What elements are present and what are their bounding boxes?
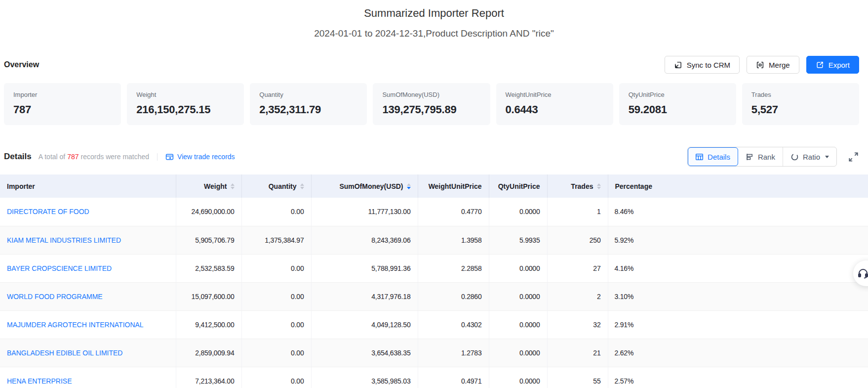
- cell-percentage: 3.10%: [608, 282, 868, 310]
- cell-importer: DIRECTORATE OF FOOD: [0, 198, 176, 226]
- stat-card-weight: Weight 216,150,275.15: [127, 83, 244, 125]
- stat-value: 787: [13, 103, 112, 116]
- cell-weight-unit-price: 0.4302: [418, 310, 489, 339]
- cell-weight-unit-price: 0.4971: [418, 367, 489, 388]
- sync-to-crm-label: Sync to CRM: [687, 61, 730, 69]
- table-row: WORLD FOOD PROGRAMME15,097,600.000.004,3…: [0, 282, 868, 310]
- stat-value: 2,352,311.79: [259, 103, 357, 116]
- sync-to-crm-button[interactable]: Sync to CRM: [665, 56, 740, 74]
- cell-quantity: 0.00: [241, 254, 311, 282]
- page-subtitle: 2024-01-01 to 2024-12-31,Product Descrip…: [0, 28, 868, 39]
- column-label: QtyUnitPrice: [498, 182, 540, 190]
- table-header: Importer Weight Quantity SumOfMoney(USD)…: [0, 174, 868, 198]
- overview-cards: Importer 787 Weight 216,150,275.15 Quant…: [0, 83, 868, 125]
- cell-qty-unit-price: 0.0000: [489, 282, 547, 310]
- export-icon: [816, 61, 824, 69]
- importer-link[interactable]: WORLD FOOD PROGRAMME: [7, 293, 103, 301]
- stat-card-qty-unit-price: QtyUnitPrice 59.2081: [619, 83, 736, 125]
- sync-icon: [674, 61, 682, 69]
- cell-weight-unit-price: 1.3958: [418, 226, 489, 254]
- column-label: Trades: [571, 182, 593, 190]
- stat-label: QtyUnitPrice: [629, 91, 727, 98]
- stat-label: Weight: [136, 91, 235, 98]
- importer-table: Importer Weight Quantity SumOfMoney(USD)…: [0, 174, 868, 388]
- cell-qty-unit-price: 0.0000: [489, 198, 547, 226]
- cell-weight-unit-price: 2.2858: [418, 254, 489, 282]
- view-trade-records-link[interactable]: View trade records: [165, 153, 235, 161]
- tab-rank[interactable]: Rank: [738, 147, 783, 166]
- importer-link[interactable]: MAJUMDER AGROTECH INTERNATIONAL: [7, 321, 144, 329]
- details-left: Details A total of787records were matche…: [4, 152, 235, 162]
- cell-trades: 32: [547, 310, 608, 339]
- cell-trades: 55: [547, 367, 608, 388]
- sort-icons: [407, 183, 411, 189]
- cell-quantity: 1,375,384.97: [241, 226, 311, 254]
- tab-ratio[interactable]: Ratio: [783, 147, 836, 166]
- cell-importer: KIAM METAL INDUSTRIES LIMITED: [0, 226, 176, 254]
- column-label: SumOfMoney(USD): [339, 182, 403, 190]
- column-header-percentage: Percentage: [608, 174, 868, 198]
- cell-quantity: 0.00: [241, 339, 311, 367]
- details-right: Details Rank Ratio: [687, 147, 859, 167]
- stat-value: 139,275,795.89: [382, 103, 480, 116]
- tab-details[interactable]: Details: [688, 147, 738, 166]
- cell-quantity: 0.00: [241, 282, 311, 310]
- column-header-qty-unit-price: QtyUnitPrice: [489, 174, 547, 198]
- ratio-icon: [790, 153, 799, 161]
- export-button[interactable]: Export: [806, 56, 859, 74]
- stat-value: 5,527: [751, 103, 850, 116]
- stat-card-weight-unit-price: WeightUnitPrice 0.6443: [496, 83, 613, 125]
- importer-link[interactable]: DIRECTORATE OF FOOD: [7, 208, 89, 216]
- cell-weight: 7,213,364.00: [176, 367, 241, 388]
- cell-trades: 1: [547, 198, 608, 226]
- sort-icons: [597, 183, 601, 189]
- match-text: A total of787records were matched: [39, 153, 149, 161]
- view-switcher: Details Rank Ratio: [687, 147, 837, 167]
- stat-value: 59.2081: [629, 103, 727, 116]
- stat-label: Importer: [13, 91, 112, 98]
- stat-label: WeightUnitPrice: [506, 91, 604, 98]
- cell-sum-of-money: 8,243,369.06: [311, 226, 418, 254]
- cell-percentage: 2.62%: [608, 339, 868, 367]
- rank-icon: [746, 153, 754, 161]
- cell-weight-unit-price: 1.2783: [418, 339, 489, 367]
- merge-label: Merge: [769, 61, 790, 69]
- column-header-sum-of-money[interactable]: SumOfMoney(USD): [311, 174, 418, 198]
- column-header-trades[interactable]: Trades: [547, 174, 608, 198]
- cell-sum-of-money: 4,049,128.50: [311, 310, 418, 339]
- overview-bar: Overview Sync to CRM Merge: [0, 56, 868, 74]
- cell-weight: 15,097,600.00: [176, 282, 241, 310]
- cell-importer: HENA ENTERPRISE: [0, 367, 176, 388]
- cell-percentage: 5.92%: [608, 226, 868, 254]
- column-header-weight[interactable]: Weight: [176, 174, 241, 198]
- cell-percentage: 4.16%: [608, 254, 868, 282]
- cell-weight: 24,690,000.00: [176, 198, 241, 226]
- importer-link[interactable]: HENA ENTERPRISE: [7, 377, 72, 385]
- cell-sum-of-money: 3,654,638.35: [311, 339, 418, 367]
- stat-label: SumOfMoney(USD): [382, 91, 480, 98]
- cell-trades: 2: [547, 282, 608, 310]
- vertical-divider: [157, 153, 158, 161]
- tab-details-label: Details: [708, 153, 730, 161]
- cell-qty-unit-price: 0.0000: [489, 254, 547, 282]
- cell-importer: WORLD FOOD PROGRAMME: [0, 282, 176, 310]
- table-row: BANGLADESH EDIBLE OIL LIMITED2,859,009.9…: [0, 339, 868, 367]
- importer-link[interactable]: BAYER CROPSCIENCE LIMITED: [7, 264, 112, 272]
- table-row: MAJUMDER AGROTECH INTERNATIONAL9,412,500…: [0, 310, 868, 339]
- cell-quantity: 0.00: [241, 367, 311, 388]
- column-header-importer: Importer: [0, 174, 176, 198]
- column-header-quantity[interactable]: Quantity: [241, 174, 311, 198]
- importer-link[interactable]: KIAM METAL INDUSTRIES LIMITED: [7, 236, 121, 244]
- tab-rank-label: Rank: [758, 153, 775, 161]
- details-bar: Details A total of787records were matche…: [0, 147, 868, 167]
- cell-sum-of-money: 11,777,130.00: [311, 198, 418, 226]
- fullscreen-button[interactable]: [848, 151, 859, 163]
- importer-link[interactable]: BANGLADESH EDIBLE OIL LIMITED: [7, 349, 122, 357]
- stat-label: Quantity: [259, 91, 357, 98]
- cell-importer: BANGLADESH EDIBLE OIL LIMITED: [0, 339, 176, 367]
- cell-weight: 9,412,500.00: [176, 310, 241, 339]
- merge-button[interactable]: Merge: [747, 56, 799, 74]
- cell-importer: BAYER CROPSCIENCE LIMITED: [0, 254, 176, 282]
- details-label: Details: [4, 152, 32, 162]
- column-label: Percentage: [615, 182, 652, 190]
